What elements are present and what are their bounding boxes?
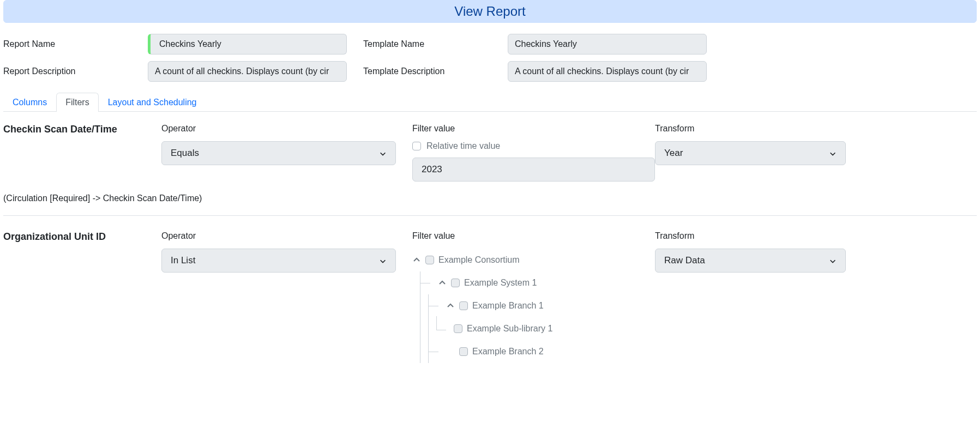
tree-checkbox[interactable]	[451, 279, 460, 287]
tree-connector	[420, 283, 434, 283]
tree-connector	[429, 306, 442, 306]
report-description-input[interactable]: A count of all checkins. Displays count …	[148, 61, 347, 82]
filter2-title: Organizational Unit ID	[3, 231, 161, 363]
tree-connector	[429, 352, 442, 352]
operator-label: Operator	[161, 231, 412, 241]
chevron-down-icon	[829, 257, 837, 264]
report-description-label: Report Description	[3, 67, 148, 76]
org-unit-tree: Example Consortium Example System 1	[412, 249, 655, 363]
operator-label: Operator	[161, 124, 412, 134]
page-header: View Report	[3, 0, 977, 23]
tree-node-consortium[interactable]: Example Consortium	[412, 249, 655, 271]
transform-label: Transform	[655, 124, 851, 134]
filter2-operator-select[interactable]: In List	[161, 249, 396, 273]
tree-label: Example Branch 2	[472, 347, 544, 356]
report-info-grid: Report Name Checkins Yearly Template Nam…	[3, 34, 977, 82]
template-description-input: A count of all checkins. Displays count …	[508, 61, 707, 82]
tree-node-sublibrary-1[interactable]: Example Sub-library 1	[436, 317, 655, 340]
tab-layout[interactable]: Layout and Scheduling	[99, 93, 206, 112]
relative-time-label: Relative time value	[426, 141, 500, 151]
template-description-label: Template Description	[363, 67, 508, 76]
report-name-input[interactable]: Checkins Yearly	[148, 34, 347, 55]
tab-filters[interactable]: Filters	[56, 93, 99, 112]
transform-label: Transform	[655, 231, 851, 241]
tree-checkbox[interactable]	[454, 324, 462, 333]
report-name-label: Report Name	[3, 39, 148, 49]
filter1-transform-select[interactable]: Year	[655, 141, 846, 165]
tree-elbow	[436, 316, 446, 330]
page-title: View Report	[4, 4, 976, 19]
chevron-down-icon	[379, 257, 387, 264]
filter1-operator-value: Equals	[171, 148, 199, 159]
template-name-input: Checkins Yearly	[508, 34, 707, 55]
filter-org-unit: Organizational Unit ID Operator In List …	[3, 231, 977, 363]
tabs: Columns Filters Layout and Scheduling	[3, 93, 977, 112]
tree-label: Example System 1	[464, 278, 537, 288]
filter2-transform-value: Raw Data	[664, 255, 705, 266]
chevron-up-icon[interactable]	[446, 301, 455, 310]
filter1-operator-select[interactable]: Equals	[161, 141, 396, 165]
chevron-down-icon	[829, 149, 837, 157]
chevron-down-icon	[379, 149, 387, 157]
tree-checkbox[interactable]	[425, 256, 434, 264]
chevron-up-icon[interactable]	[412, 256, 421, 264]
filter2-operator-value: In List	[171, 255, 195, 266]
tree-label: Example Consortium	[438, 255, 520, 265]
tree-label: Example Sub-library 1	[467, 324, 552, 334]
filter1-transform-value: Year	[664, 148, 683, 159]
filter1-path: (Circulation [Required] -> Checkin Scan …	[3, 194, 977, 203]
filter1-title: Checkin Scan Date/Time	[3, 124, 161, 182]
tree-node-branch-2[interactable]: Example Branch 2	[429, 340, 655, 363]
filter-checkin-scan: Checkin Scan Date/Time Operator Equals F…	[3, 124, 977, 216]
tree-checkbox[interactable]	[459, 347, 468, 356]
filter2-transform-select[interactable]: Raw Data	[655, 249, 846, 273]
relative-time-checkbox[interactable]	[412, 142, 421, 150]
template-name-label: Template Name	[363, 39, 508, 49]
tree-checkbox[interactable]	[459, 301, 468, 310]
tab-columns[interactable]: Columns	[3, 93, 56, 112]
chevron-up-icon[interactable]	[438, 279, 447, 287]
tree-node-system-1[interactable]: Example System 1	[420, 271, 655, 294]
filter1-value-input[interactable]: 2023	[412, 158, 655, 182]
filter-value-label: Filter value	[412, 231, 655, 241]
tree-label: Example Branch 1	[472, 301, 544, 311]
filter-value-label: Filter value	[412, 124, 655, 134]
tree-node-branch-1[interactable]: Example Branch 1	[429, 294, 655, 317]
relative-time-row[interactable]: Relative time value	[412, 141, 655, 151]
